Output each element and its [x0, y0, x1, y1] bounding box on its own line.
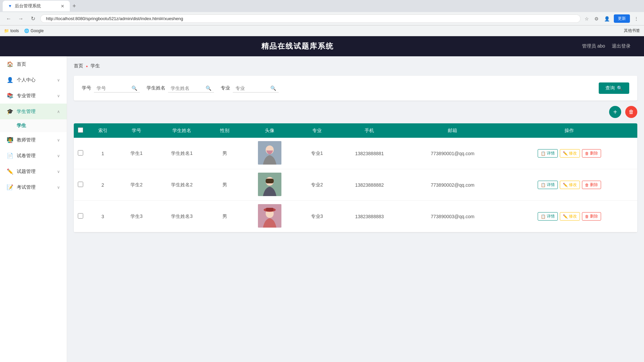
bookmark-tools[interactable]: 📁 tools	[4, 28, 19, 33]
star-button[interactable]: ☆	[583, 14, 590, 23]
sidebar-label-profile: 个人中心	[17, 77, 36, 83]
edit-button[interactable]: ✏️ 修改	[560, 212, 580, 221]
major-icon: 📚	[7, 93, 13, 99]
row-checkbox[interactable]	[78, 182, 83, 187]
delete-button[interactable]: 🗑 删除	[582, 212, 601, 221]
chevron-up-icon: ∧	[57, 109, 60, 114]
menu-button[interactable]: ⋮	[633, 14, 640, 23]
sidebar-item-teacher[interactable]: 👨‍🏫 教师管理 ∨	[0, 132, 67, 148]
detail-button[interactable]: 📋 详情	[538, 149, 558, 158]
sidebar-item-exam[interactable]: 📝 考试管理 ∨	[0, 179, 67, 195]
search-btn-label: 查询	[605, 85, 615, 91]
row-avatar-cell	[240, 169, 299, 201]
row-index: 1	[87, 138, 118, 169]
search-input-name[interactable]	[171, 85, 204, 91]
chevron-right-3-icon: ∨	[57, 154, 60, 158]
sidebar-label-exam-paper: 试卷管理	[17, 153, 36, 159]
edit-label: 修改	[569, 182, 577, 188]
action-bar: + 🗑	[74, 106, 637, 118]
col-phone: 手机	[335, 123, 404, 138]
paper-icon: 📄	[7, 153, 13, 159]
sidebar-item-student[interactable]: 学生	[0, 119, 67, 132]
browser-tab-bar: ▼ 后台管理系统 ✕ +	[0, 0, 644, 12]
select-all-checkbox[interactable]	[78, 127, 83, 133]
edit-button[interactable]: ✏️ 修改	[560, 181, 580, 189]
row-email: 773890003@qq.com	[404, 201, 501, 232]
new-tab-button[interactable]: +	[72, 3, 76, 10]
bookmark-google[interactable]: 🌐 Google	[24, 28, 44, 33]
search-button[interactable]: 查询 🔍	[599, 82, 629, 94]
detail-button[interactable]: 📋 详情	[538, 181, 558, 189]
sidebar-item-profile[interactable]: 👤 个人中心 ∨	[0, 72, 67, 88]
delete-icon: 🗑	[585, 214, 589, 219]
row-major: 专业3	[299, 201, 335, 232]
admin-label: 管理员 abo	[582, 43, 605, 49]
delete-label: 删除	[590, 150, 598, 156]
detail-label: 详情	[547, 214, 555, 219]
tab-close-icon[interactable]: ✕	[61, 4, 64, 9]
search-icon-major[interactable]: 🔍	[270, 85, 276, 91]
search-input-wrap-name: 🔍	[168, 84, 214, 93]
student-icon: 🎓	[7, 108, 13, 115]
home-icon: 🏠	[7, 61, 13, 67]
row-name: 学生姓名2	[155, 169, 209, 201]
table-header-row: 索引 学号 学生姓名 性别 头像 专业 手机 邮箱 操作	[74, 123, 637, 138]
col-index: 索引	[87, 123, 118, 138]
avatar	[258, 204, 281, 228]
delete-icon: 🗑	[585, 183, 589, 187]
sidebar-item-home[interactable]: 🏠 首页	[0, 56, 67, 72]
delete-button[interactable]: 🗑 删除	[582, 181, 601, 189]
refresh-button[interactable]: ↻	[28, 14, 38, 23]
batch-delete-button[interactable]: 🗑	[625, 106, 637, 118]
detail-icon: 📋	[541, 151, 546, 156]
search-input-xuehao[interactable]	[97, 85, 130, 91]
delete-button[interactable]: 🗑 删除	[582, 149, 601, 158]
search-label-major: 专业	[221, 85, 230, 91]
edit-icon: ✏️	[563, 151, 568, 156]
address-bar[interactable]: http://localhost:8080/springbootu521z/ad…	[40, 14, 581, 23]
table-body: 1 学生1 学生姓名1 男 专业1 13823888881 773890001@…	[74, 138, 637, 232]
row-checkbox[interactable]	[78, 150, 83, 156]
header-right: 管理员 abo 退出登录	[582, 43, 631, 49]
row-actions: 📋 详情 ✏️ 修改 🗑 删除	[501, 138, 637, 169]
search-input-major[interactable]	[235, 85, 269, 91]
detail-label: 详情	[547, 182, 555, 188]
forward-button[interactable]: →	[16, 14, 25, 23]
row-xuehao: 学生1	[118, 138, 155, 169]
select-all-cell	[74, 123, 87, 138]
sidebar-item-student-management[interactable]: 🎓 学生管理 ∧	[0, 104, 67, 119]
breadcrumb-current: 学生	[91, 63, 100, 69]
back-button[interactable]: ←	[4, 14, 13, 23]
row-checkbox[interactable]	[78, 213, 83, 219]
add-button[interactable]: +	[609, 106, 621, 118]
row-email: 773890002@qq.com	[404, 169, 501, 201]
detail-icon: 📋	[541, 183, 546, 187]
col-avatar: 头像	[240, 123, 299, 138]
main-content: 首页 ● 学生 学号 🔍 学生姓名 🔍	[67, 56, 644, 362]
search-field-xuehao: 学号 🔍	[82, 84, 140, 93]
action-buttons: 📋 详情 ✏️ 修改 🗑 删除	[505, 181, 634, 189]
row-gender: 男	[209, 201, 240, 232]
search-icon-name[interactable]: 🔍	[206, 85, 211, 91]
edit-button[interactable]: ✏️ 修改	[560, 149, 580, 158]
sidebar-item-exam-paper[interactable]: 📄 试卷管理 ∨	[0, 148, 67, 164]
extension-button[interactable]: ⚙	[593, 14, 600, 23]
sidebar-item-major[interactable]: 📚 专业管理 ∨	[0, 88, 67, 104]
profile-button[interactable]: 👤	[603, 14, 611, 23]
sidebar-item-question[interactable]: ✏️ 试题管理 ∨	[0, 164, 67, 179]
row-major: 专业2	[299, 169, 335, 201]
row-name: 学生姓名3	[155, 201, 209, 232]
update-button[interactable]: 更新	[614, 14, 630, 23]
sidebar-label-question: 试题管理	[17, 169, 36, 175]
question-icon: ✏️	[7, 168, 13, 175]
search-icon-xuehao[interactable]: 🔍	[131, 85, 137, 91]
other-bookmarks[interactable]: 其他书签	[624, 28, 640, 34]
logout-button[interactable]: 退出登录	[612, 43, 631, 49]
svg-rect-4	[266, 179, 274, 183]
col-action: 操作	[501, 123, 637, 138]
detail-button[interactable]: 📋 详情	[538, 212, 558, 221]
detail-icon: 📋	[541, 214, 546, 219]
app-title: 精品在线试题库系统	[261, 41, 334, 51]
breadcrumb-home[interactable]: 首页	[74, 63, 83, 69]
avatar	[258, 173, 281, 196]
